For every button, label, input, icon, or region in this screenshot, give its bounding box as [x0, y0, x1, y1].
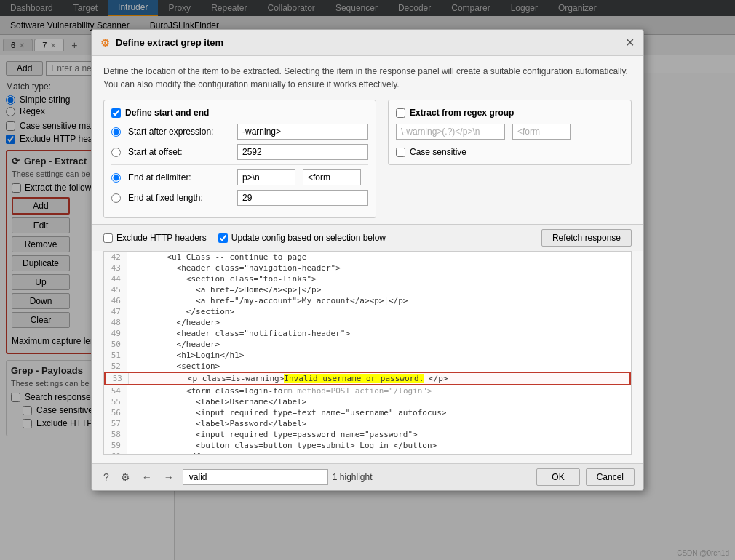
- dialog-overlay: ⚙ Define extract grep item ✕ Define the …: [0, 0, 735, 560]
- refetch-button[interactable]: Refetch response: [541, 229, 632, 247]
- line-number: 48: [104, 317, 127, 328]
- end-delimiter-input1[interactable]: [237, 169, 295, 185]
- line-number: 58: [104, 429, 127, 440]
- extract-regex-label: Extract from regex group: [410, 108, 514, 118]
- line-content: <button class=button type=submit> Log in…: [127, 440, 437, 451]
- line-content: <h1>Login</h1>: [127, 350, 244, 361]
- line-number: 57: [104, 418, 127, 429]
- line-content: <form class=login-form method=POST actio…: [127, 385, 432, 396]
- update-config-checkbox[interactable]: [218, 233, 228, 243]
- line-number: 55: [104, 396, 127, 407]
- dialog-columns: Define start and end Start after express…: [103, 100, 632, 224]
- forward-button[interactable]: →: [161, 470, 177, 484]
- dialog-footer-bar: ? ⚙ ← → 1 highlight OK Cancel: [92, 463, 643, 490]
- regex-case-sensitive-row[interactable]: Case sensitive: [396, 144, 624, 157]
- code-line-46: 46 <a href="/my-account">My account</a><…: [104, 295, 631, 306]
- ok-button[interactable]: OK: [536, 468, 579, 486]
- exclude-http-option-label: Exclude HTTP headers: [116, 233, 207, 243]
- extract-regex-checkbox[interactable]: [396, 108, 405, 118]
- line-content: <label>Username</label>: [127, 396, 306, 407]
- line-number: 49: [104, 328, 127, 339]
- footer-search: 1 highlight: [183, 469, 373, 485]
- line-number: 42: [104, 252, 127, 263]
- end-delimiter-input2[interactable]: [303, 169, 361, 185]
- regex-input1[interactable]: [396, 124, 505, 140]
- code-line-42: 42 <u1 CLass -- continue to page: [104, 252, 631, 263]
- footer-options: Exclude HTTP headers Update config based…: [92, 224, 643, 251]
- line-number: 59: [104, 440, 127, 451]
- code-line-45: 45 <a href=/>Home</a><p>|</p>: [104, 284, 631, 295]
- define-start-end-section: Define start and end Start after express…: [103, 100, 376, 218]
- code-view[interactable]: 42 <u1 CLass -- continue to page 43 <hea…: [103, 251, 632, 455]
- line-content: <a href=/>Home</a><p>|</p>: [127, 284, 321, 295]
- line-number: 60: [104, 451, 127, 455]
- search-input[interactable]: [183, 469, 328, 485]
- end-delimiter-radio[interactable]: [111, 173, 121, 183]
- dialog: ⚙ Define extract grep item ✕ Define the …: [91, 29, 644, 491]
- dialog-title-text: Define extract grep item: [116, 37, 223, 48]
- line-content: </header>: [127, 317, 220, 328]
- line-number: 54: [104, 385, 127, 396]
- settings-icon-button[interactable]: ⚙: [118, 470, 133, 484]
- back-button[interactable]: ←: [139, 470, 155, 484]
- help-icon-button[interactable]: ?: [100, 470, 112, 484]
- highlight-count: 1 highlight: [333, 472, 373, 482]
- start-after-radio[interactable]: [111, 127, 121, 137]
- dialog-close-button[interactable]: ✕: [625, 36, 635, 49]
- line-number: 45: [104, 284, 127, 295]
- start-offset-label: Start at offset:: [128, 147, 230, 157]
- line-number: 56: [104, 407, 127, 418]
- code-line-52: 52 <section>: [104, 361, 631, 372]
- cancel-button[interactable]: Cancel: [586, 468, 635, 486]
- start-offset-row: Start at offset:: [111, 144, 368, 160]
- code-line-47: 47 </section>: [104, 306, 631, 317]
- highlighted-text: Invalid username or password.: [284, 374, 424, 383]
- start-offset-radio[interactable]: [111, 148, 121, 157]
- line-content: <header class="navigation-header">: [127, 263, 341, 273]
- line-content: <input required type=text name="username…: [127, 407, 446, 418]
- end-fixed-radio[interactable]: [111, 193, 121, 203]
- code-line-57: 57 <label>Password</label>: [104, 418, 631, 429]
- define-start-end-checkbox[interactable]: [111, 108, 121, 118]
- code-line-49: 49 <header class="notification-header">: [104, 328, 631, 339]
- line-number: 44: [104, 273, 127, 284]
- strikethrough-text: rm method=POST action="/login">: [282, 386, 432, 396]
- footer-left: ? ⚙ ← → 1 highlight: [100, 469, 373, 485]
- regex-input2[interactable]: [512, 124, 571, 140]
- dialog-titlebar: ⚙ Define extract grep item ✕: [92, 30, 643, 56]
- extract-regex-section: Extract from regex group Case sensitive: [388, 100, 632, 165]
- line-number: 52: [104, 361, 127, 372]
- line-content: </section>: [127, 306, 234, 317]
- extract-regex-title: Extract from regex group: [396, 108, 624, 118]
- code-line-43: 43 <header class="navigation-header">: [104, 263, 631, 273]
- code-line-51: 51 <h1>Login</h1>: [104, 350, 631, 361]
- regex-input-row: [396, 124, 624, 140]
- start-offset-input[interactable]: [237, 144, 368, 160]
- regex-case-label: Case sensitive: [410, 147, 466, 157]
- line-content: <section class="top-links">: [127, 273, 317, 284]
- end-delimiter-row: End at delimiter:: [111, 169, 368, 185]
- line-content: <label>Password</label>: [127, 418, 306, 429]
- update-config-option[interactable]: Update config based on selection below: [218, 233, 386, 243]
- dialog-body: Define the location of the item to be ex…: [92, 56, 643, 463]
- exclude-http-option[interactable]: Exclude HTTP headers: [103, 233, 207, 243]
- code-line-54: 54 <form class=login-form method=POST ac…: [104, 385, 631, 396]
- end-fixed-input[interactable]: [237, 190, 368, 206]
- line-number: 47: [104, 306, 127, 317]
- line-content: <u1 CLass -- continue to page: [127, 252, 311, 263]
- line-content: <input required type=password name="pass…: [127, 429, 418, 440]
- line-content: <header class="notification-header">: [127, 328, 350, 339]
- start-after-input[interactable]: [237, 124, 368, 140]
- footer-right: OK Cancel: [536, 468, 635, 486]
- dialog-right-col: Extract from regex group Case sensitive: [388, 100, 632, 224]
- exclude-http-option-checkbox[interactable]: [103, 233, 113, 243]
- line-content: <section>: [127, 361, 220, 372]
- start-after-label: Start after expression:: [128, 127, 230, 137]
- update-config-label: Update config based on selection below: [231, 233, 386, 243]
- code-line-53: 53 <p class=is-warning>Invalid username …: [104, 372, 631, 385]
- code-line-59: 59 <button class=button type=submit> Log…: [104, 440, 631, 451]
- code-line-44: 44 <section class="top-links">: [104, 273, 631, 284]
- code-line-56: 56 <input required type=text name="usern…: [104, 407, 631, 418]
- regex-case-checkbox[interactable]: [396, 148, 405, 157]
- line-content: </form>: [127, 451, 220, 455]
